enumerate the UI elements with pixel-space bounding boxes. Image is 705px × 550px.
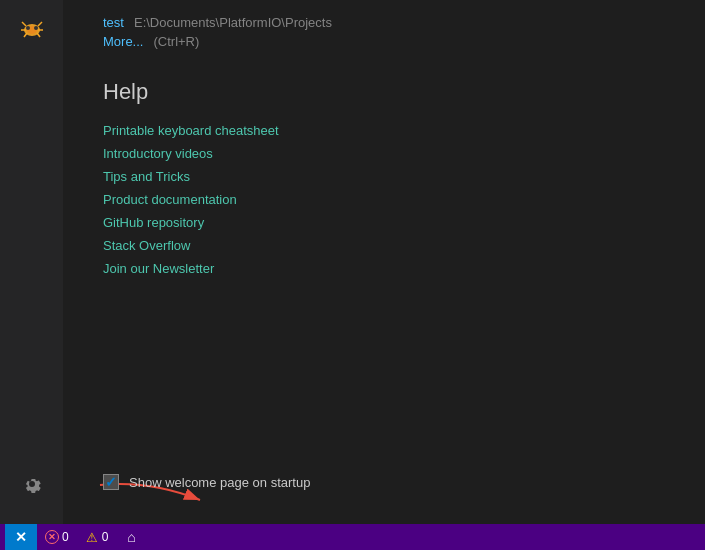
status-bar: ✕ ✕ 0 ⚠ 0 ⌂	[0, 524, 705, 550]
checkmark-icon: ✓	[105, 475, 117, 489]
tips-and-tricks-link[interactable]: Tips and Tricks	[103, 169, 665, 184]
svg-point-2	[26, 26, 30, 30]
error-icon: ✕	[45, 530, 59, 544]
svg-point-3	[34, 26, 38, 30]
help-section: Help Printable keyboard cheatsheet Intro…	[103, 79, 665, 276]
error-count: 0	[62, 530, 69, 544]
more-link[interactable]: More...	[103, 34, 143, 49]
svg-line-4	[22, 22, 26, 26]
error-status-item[interactable]: ✕ 0	[37, 524, 77, 550]
platformio-icon[interactable]	[8, 10, 56, 58]
svg-line-9	[37, 33, 40, 37]
more-shortcut: (Ctrl+R)	[153, 34, 199, 49]
settings-icon[interactable]	[8, 460, 56, 508]
close-icon: ✕	[15, 529, 27, 545]
svg-line-8	[24, 33, 27, 37]
recent-more-item: More... (Ctrl+R)	[103, 34, 665, 49]
warning-count: 0	[102, 530, 109, 544]
introductory-videos-link[interactable]: Introductory videos	[103, 146, 665, 161]
warning-status-item[interactable]: ⚠ 0	[77, 524, 117, 550]
help-title: Help	[103, 79, 665, 105]
activity-bar	[0, 0, 63, 550]
home-status-item[interactable]: ⌂	[116, 524, 146, 550]
close-status-item[interactable]: ✕	[5, 524, 37, 550]
stack-overflow-link[interactable]: Stack Overflow	[103, 238, 665, 253]
startup-checkbox[interactable]: ✓	[103, 474, 119, 490]
recent-item-test: test E:\Documents\PlatformIO\Projects	[103, 15, 665, 30]
startup-label[interactable]: Show welcome page on startup	[129, 475, 310, 490]
keyboard-cheatsheet-link[interactable]: Printable keyboard cheatsheet	[103, 123, 665, 138]
home-icon: ⌂	[124, 530, 138, 544]
main-content: test E:\Documents\PlatformIO\Projects Mo…	[63, 0, 705, 510]
product-documentation-link[interactable]: Product documentation	[103, 192, 665, 207]
github-repository-link[interactable]: GitHub repository	[103, 215, 665, 230]
recent-test-link[interactable]: test	[103, 15, 124, 30]
recent-test-path: E:\Documents\PlatformIO\Projects	[134, 15, 332, 30]
warning-icon: ⚠	[85, 530, 99, 544]
help-links: Printable keyboard cheatsheet Introducto…	[103, 123, 665, 276]
newsletter-link[interactable]: Join our Newsletter	[103, 261, 665, 276]
recent-section: test E:\Documents\PlatformIO\Projects Mo…	[103, 15, 665, 49]
svg-line-5	[38, 22, 42, 26]
startup-section: ✓ Show welcome page on startup	[63, 474, 705, 490]
